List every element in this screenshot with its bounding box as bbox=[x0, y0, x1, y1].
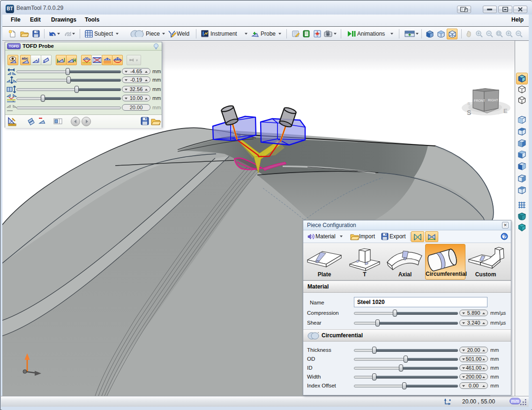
svg-text:FRONT: FRONT bbox=[474, 99, 486, 102]
svg-text:?: ? bbox=[503, 234, 506, 239]
svg-text:RIGHT: RIGHT bbox=[488, 99, 499, 102]
svg-text:S: S bbox=[467, 109, 471, 116]
svg-text:S: S bbox=[467, 101, 470, 106]
svg-text:E: E bbox=[503, 107, 508, 114]
svg-text:abc: abc bbox=[22, 56, 28, 61]
